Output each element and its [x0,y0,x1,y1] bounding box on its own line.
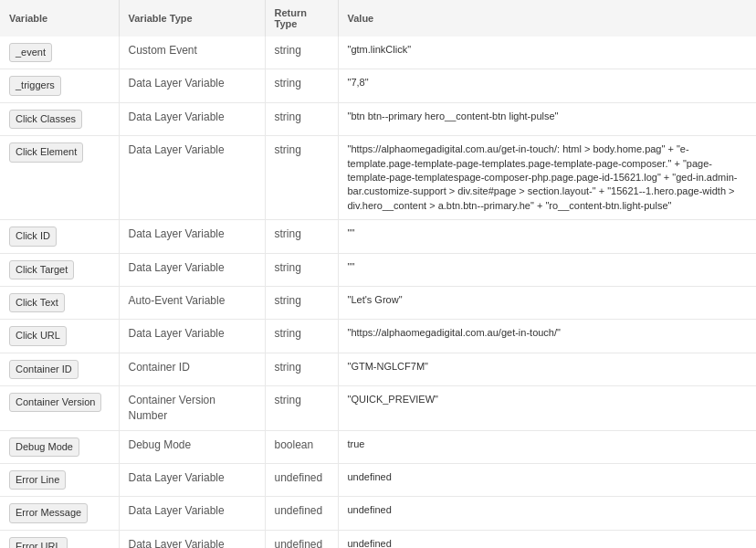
type-cell: Data Layer Variable [119,497,265,530]
header-type: Variable Type [119,0,265,37]
type-cell: Custom Event [119,37,265,69]
type-cell: Data Layer Variable [119,69,265,102]
variable-cell: Click Element [0,136,119,220]
return-type-cell: string [265,286,338,319]
table-row: Click IDData Layer Variablestring"" [0,220,756,253]
variables-table: Variable Variable Type Return Type Value… [0,0,756,548]
type-cell: Auto-Event Variable [119,286,265,319]
value-cell: "Let's Grow" [338,286,756,319]
type-cell: Data Layer Variable [119,530,265,548]
value-cell: "gtm.linkClick" [338,37,756,69]
table-row: _eventCustom Eventstring"gtm.linkClick" [0,37,756,69]
variable-cell: Click Text [0,286,119,319]
value-cell: "btn btn--primary hero__content-btn ligh… [338,102,756,135]
variable-badge: Click ID [9,227,57,246]
variable-badge: Click Text [9,293,65,312]
variable-cell: Container Version [0,386,119,431]
value-cell: "QUICK_PREVIEW" [338,386,756,431]
value-cell: true [338,430,756,463]
return-type-cell: undefined [265,497,338,530]
variable-cell: Click ID [0,220,119,253]
variable-cell: Click Target [0,253,119,286]
return-type-cell: string [265,353,338,385]
type-cell: Data Layer Variable [119,320,265,353]
variable-badge: Error URL [9,537,68,548]
table-row: Debug ModeDebug Modebooleantrue [0,430,756,463]
table-row: Error URLData Layer Variableundefinedund… [0,530,756,548]
type-cell: Data Layer Variable [119,464,265,497]
type-cell: Data Layer Variable [119,102,265,135]
return-type-cell: string [265,37,338,69]
variable-badge: Click URL [9,326,67,345]
type-cell: Container ID [119,353,265,385]
value-cell: "" [338,220,756,253]
variable-badge: Container Version [9,393,101,412]
type-cell: Data Layer Variable [119,220,265,253]
value-cell: "7,8" [338,69,756,102]
type-cell: Debug Mode [119,430,265,463]
variable-cell: _event [0,37,119,69]
table-row: Click ElementData Layer Variablestring"h… [0,136,756,220]
table-row: _triggersData Layer Variablestring"7,8" [0,69,756,102]
variable-cell: Error Line [0,464,119,497]
header-variable: Variable [0,0,119,37]
value-cell: "https://alphaomegadigital.com.au/get-in… [338,136,756,220]
return-type-cell: string [265,386,338,431]
variable-badge: _event [9,43,52,62]
return-type-cell: string [265,320,338,353]
variable-cell: Error URL [0,530,119,548]
type-cell: Data Layer Variable [119,253,265,286]
value-cell: undefined [338,497,756,530]
table-row: Click ClassesData Layer Variablestring"b… [0,102,756,135]
table-row: Container IDContainer IDstring"GTM-NGLCF… [0,353,756,385]
table-row: Error LineData Layer Variableundefinedun… [0,464,756,497]
type-cell: Data Layer Variable [119,136,265,220]
return-type-cell: undefined [265,464,338,497]
table-row: Error MessageData Layer Variableundefine… [0,497,756,530]
variable-badge: Click Target [9,260,74,279]
header-value: Value [338,0,756,37]
return-type-cell: string [265,102,338,135]
value-cell: "https://alphaomegadigital.com.au/get-in… [338,320,756,353]
variable-badge: _triggers [9,76,61,95]
table-row: Click TargetData Layer Variablestring"" [0,253,756,286]
variable-cell: Error Message [0,497,119,530]
table-header-row: Variable Variable Type Return Type Value [0,0,756,37]
variable-cell: Click Classes [0,102,119,135]
value-cell: "GTM-NGLCF7M" [338,353,756,385]
return-type-cell: string [265,69,338,102]
variable-cell: Debug Mode [0,430,119,463]
variables-table-container: Variable Variable Type Return Type Value… [0,0,756,548]
value-cell: undefined [338,464,756,497]
table-row: Click TextAuto-Event Variablestring"Let'… [0,286,756,319]
variable-badge: Click Classes [9,110,82,129]
value-cell: "" [338,253,756,286]
variable-badge: Debug Mode [9,437,79,457]
return-type-cell: boolean [265,430,338,463]
variable-cell: Container ID [0,353,119,385]
variable-cell: Click URL [0,320,119,353]
header-return: Return Type [265,0,338,37]
type-cell: Container Version Number [119,386,265,431]
value-cell: undefined [338,530,756,548]
table-row: Container VersionContainer Version Numbe… [0,386,756,431]
variable-badge: Error Line [9,470,66,490]
variable-cell: _triggers [0,69,119,102]
return-type-cell: string [265,136,338,220]
return-type-cell: undefined [265,530,338,548]
return-type-cell: string [265,220,338,253]
variable-badge: Error Message [9,503,88,522]
table-row: Click URLData Layer Variablestring"https… [0,320,756,353]
return-type-cell: string [265,253,338,286]
variable-badge: Container ID [9,360,79,379]
variable-badge: Click Element [9,142,83,162]
